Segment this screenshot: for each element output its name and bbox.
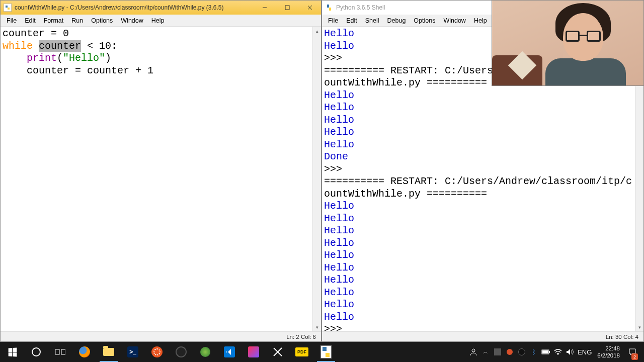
maximize-button[interactable] — [276, 1, 298, 15]
x-icon — [272, 346, 283, 357]
tray-volume[interactable] — [564, 342, 576, 362]
menu-shell[interactable]: Shell — [361, 16, 383, 25]
editor-titlebar[interactable]: countWithWhile.py - C:/Users/Andrew/clas… — [1, 1, 321, 15]
code-keyword: while — [3, 40, 33, 52]
tray-clock[interactable]: 22:48 6/2/2018 — [593, 345, 624, 359]
svg-rect-2 — [285, 6, 289, 10]
editor-scrollbar[interactable]: ▴ ▾ — [312, 27, 321, 331]
svg-rect-5 — [55, 349, 59, 354]
close-button[interactable] — [298, 1, 321, 15]
obs-icon — [176, 346, 187, 357]
taskbar-vscode[interactable] — [217, 342, 242, 362]
scroll-down-icon[interactable]: ▾ — [635, 323, 643, 331]
editor-text-area[interactable]: counter = 0 while counter < 10: print("H… — [1, 27, 321, 331]
shell-line: Hello — [324, 126, 354, 138]
clock-time: 22:48 — [597, 345, 620, 352]
taskbar-file-explorer[interactable] — [97, 342, 121, 362]
menu-run[interactable]: Run — [67, 16, 87, 25]
intellij-icon — [248, 346, 259, 357]
task-view-button[interactable] — [48, 342, 72, 362]
tray-notifications[interactable]: 2 — [624, 342, 641, 362]
language-label: ENG — [578, 348, 592, 356]
editor-menubar: File Edit Format Run Options Window Help — [1, 15, 321, 27]
menu-help[interactable]: Help — [470, 16, 491, 25]
svg-rect-6 — [61, 349, 65, 354]
notification-badge: 2 — [631, 353, 638, 360]
tray-icon-2 — [507, 349, 513, 355]
code-string: "Hello" — [63, 52, 105, 64]
shell-line: Hello — [324, 262, 354, 274]
menu-edit[interactable]: Edit — [21, 16, 40, 25]
menu-file[interactable]: File — [3, 16, 21, 25]
cortana-button[interactable] — [24, 342, 48, 362]
shell-line: Hello — [324, 311, 354, 323]
taskbar-powershell[interactable]: >_ — [121, 342, 145, 362]
tray-people[interactable] — [467, 342, 479, 362]
clock-date: 6/2/2018 — [597, 352, 620, 359]
svg-point-13 — [557, 354, 558, 355]
webcam-overlay — [492, 0, 644, 86]
menu-format[interactable]: Format — [40, 16, 68, 25]
taskbar-idle[interactable] — [314, 342, 338, 362]
code-line: counter = 0 — [3, 28, 69, 39]
firefox-icon — [79, 346, 90, 357]
menu-file[interactable]: File — [324, 16, 342, 25]
code-selection: counter — [39, 40, 81, 52]
shell-line: Hello — [324, 200, 354, 212]
menu-options[interactable]: Options — [410, 16, 439, 25]
shell-title: Python 3.6.5 Shell — [336, 4, 385, 11]
taskbar-app-2[interactable] — [266, 342, 290, 362]
scroll-up-icon[interactable]: ▴ — [313, 27, 321, 35]
task-view-icon — [55, 348, 65, 356]
battery-icon — [541, 349, 550, 355]
svg-rect-12 — [542, 350, 548, 353]
menu-edit[interactable]: Edit — [342, 16, 361, 25]
taskbar-pdf[interactable]: PDF — [290, 342, 314, 362]
taskbar-ubuntu[interactable] — [145, 342, 169, 362]
folder-icon — [103, 348, 114, 356]
scroll-down-icon[interactable]: ▾ — [313, 323, 321, 331]
chevron-up-icon: ︿ — [483, 348, 488, 355]
shell-line: Hello — [324, 114, 354, 126]
shell-line: ountWithWhile.py ========== — [324, 188, 487, 200]
editor-title: countWithWhile.py - C:/Users/Andrew/clas… — [15, 4, 223, 11]
editor-window: countWithWhile.py - C:/Users/Andrew/clas… — [0, 0, 321, 342]
tray-battery[interactable] — [540, 342, 552, 362]
menu-window[interactable]: Window — [117, 16, 147, 25]
glasses-icon — [566, 31, 601, 42]
shell-line: Hello — [324, 237, 354, 249]
cortana-icon — [32, 347, 41, 356]
shell-line: Done — [324, 151, 348, 162]
shell-line: ========== RESTART: C:/Users/Andrew/clas… — [324, 175, 632, 187]
code-line: counter = counter + 1 — [3, 65, 153, 76]
tray-app-2[interactable] — [504, 342, 516, 362]
tray-obs[interactable] — [516, 342, 528, 362]
tray-language[interactable]: ENG — [576, 342, 593, 362]
tray-app-1[interactable] — [492, 342, 504, 362]
menu-options[interactable]: Options — [87, 16, 117, 25]
menu-window[interactable]: Window — [439, 16, 469, 25]
tray-expand[interactable]: ︿ — [479, 342, 492, 362]
shell-line: Hello — [324, 213, 354, 224]
svg-point-9 — [472, 349, 475, 352]
idle-icon — [320, 345, 332, 358]
start-button[interactable] — [0, 342, 24, 362]
taskbar-obs[interactable] — [169, 342, 193, 362]
obs-tray-icon — [518, 348, 525, 355]
menu-debug[interactable]: Debug — [383, 16, 410, 25]
taskbar-intellij[interactable] — [242, 342, 266, 362]
taskbar-firefox[interactable] — [72, 342, 97, 362]
shell-line: Hello — [324, 139, 354, 150]
tray-bluetooth[interactable]: ᛒ — [528, 342, 540, 362]
shell-line: Hello — [324, 299, 354, 310]
speaker-icon — [566, 348, 574, 355]
globe-icon — [200, 347, 210, 357]
shell-line: ========== RESTART: C:/Users — [324, 65, 493, 76]
menu-help[interactable]: Help — [147, 16, 169, 25]
minimize-button[interactable] — [253, 1, 276, 15]
shell-line: Hello — [324, 225, 354, 236]
taskbar-app-1[interactable] — [193, 342, 217, 362]
windows-taskbar: >_ PDF ︿ ᛒ ENG 22:48 6/2/2018 2 — [0, 342, 644, 362]
tray-wifi[interactable] — [552, 342, 564, 362]
pdf-icon: PDF — [295, 347, 308, 356]
